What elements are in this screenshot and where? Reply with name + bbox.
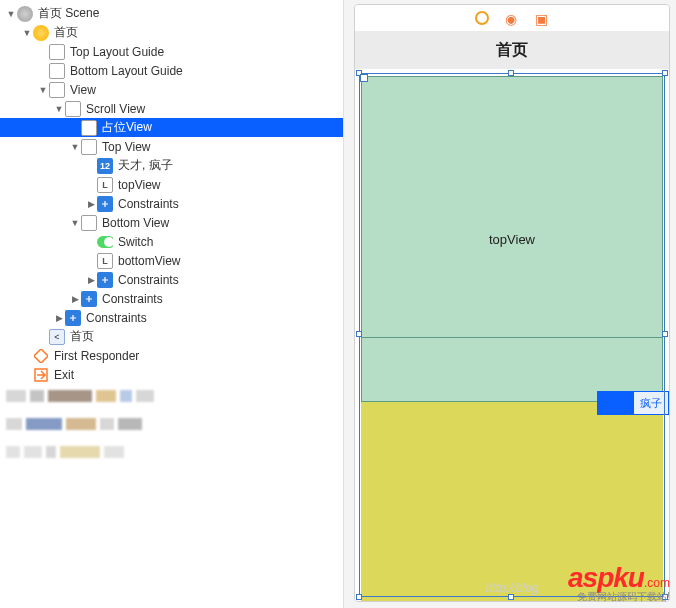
exit-icon (33, 367, 49, 383)
outline-row-label: 首页 Scene (36, 5, 99, 22)
constraint-icon (65, 310, 81, 326)
constraint-icon (97, 196, 113, 212)
outline-row-label: 占位View (100, 119, 152, 136)
object-indicators: ◉ ▣ (355, 5, 669, 31)
disclosure-triangle-icon[interactable]: ▼ (38, 85, 48, 95)
outline-row[interactable]: ▼Top View (0, 137, 343, 156)
selection-outline (359, 73, 665, 597)
outline-row[interactable]: ▼首页 (0, 23, 343, 42)
outline-row[interactable]: ▼Bottom View (0, 213, 343, 232)
outline-row[interactable]: ▶<首页 (0, 327, 343, 346)
canvas-panel[interactable]: ◉ ▣ 首页 topView bottomView 疯子 (344, 0, 676, 608)
outline-row-label: View (68, 83, 96, 97)
rect-icon (81, 139, 97, 155)
rect-icon (49, 44, 65, 60)
outline-row-label: Bottom Layout Guide (68, 64, 183, 78)
disclosure-triangle-icon[interactable]: ▼ (22, 28, 32, 38)
outline-row[interactable]: ▶Top Layout Guide (0, 42, 343, 61)
exit-indicator-icon[interactable]: ▣ (535, 11, 549, 25)
outline-row-label: Switch (116, 235, 153, 249)
nav-title: 首页 (496, 40, 528, 61)
outline-row[interactable]: ▶Constraints (0, 289, 343, 308)
faint-watermark-url: http://blog (486, 581, 539, 595)
outline-panel[interactable]: ▼首页 Scene▼首页▶Top Layout Guide▶Bottom Lay… (0, 0, 344, 608)
constraint-icon (81, 291, 97, 307)
outline-row[interactable]: ▶Constraints (0, 194, 343, 213)
svg-rect-6 (34, 349, 48, 363)
outline-row-label: Bottom View (100, 216, 169, 230)
outline-row-label: Scroll View (84, 102, 145, 116)
outline-row-label: bottomView (116, 254, 180, 268)
outline-row[interactable]: ▶Constraints (0, 270, 343, 289)
disclosure-triangle-icon[interactable]: ▶ (70, 294, 80, 304)
outline-row[interactable]: ▼Scroll View (0, 99, 343, 118)
view-canvas[interactable]: topView bottomView 疯子 (355, 69, 669, 601)
switch-icon (97, 234, 113, 250)
disclosure-triangle-icon[interactable]: ▼ (6, 9, 16, 19)
outline-row-label: Top View (100, 140, 150, 154)
disclosure-triangle-icon[interactable]: ▶ (86, 275, 96, 285)
outline-row[interactable]: ▶占位View (0, 118, 343, 137)
first-responder-icon[interactable]: ◉ (505, 11, 519, 25)
blurred-content (0, 390, 343, 460)
outline-row-label: topView (116, 178, 160, 192)
rect-icon (81, 120, 97, 136)
outline-row-label: 首页 (52, 24, 78, 41)
watermark: aspku.com 免费网站源码下载站! (568, 562, 670, 604)
vc-icon (33, 25, 49, 41)
rect-icon (49, 82, 65, 98)
disclosure-triangle-icon[interactable]: ▼ (70, 218, 80, 228)
outline-row[interactable]: ▼View (0, 80, 343, 99)
outline-row[interactable]: ▶Constraints (0, 308, 343, 327)
device-frame: ◉ ▣ 首页 topView bottomView 疯子 (354, 4, 670, 602)
outline-row-label: Constraints (84, 311, 147, 325)
outline-row-label: 首页 (68, 328, 94, 345)
rect-icon (81, 215, 97, 231)
outline-row[interactable]: ▶First Responder (0, 346, 343, 365)
outline-row[interactable]: ▼首页 Scene (0, 4, 343, 23)
outline-row[interactable]: ▶Bottom Layout Guide (0, 61, 343, 80)
outline-row-label: Constraints (100, 292, 163, 306)
disclosure-triangle-icon[interactable]: ▶ (86, 199, 96, 209)
vc-indicator-icon[interactable] (475, 11, 489, 25)
disclosure-triangle-icon[interactable]: ▶ (54, 313, 64, 323)
disclosure-triangle-icon[interactable]: ▼ (54, 104, 64, 114)
outline-row-label: 天才, 疯子 (116, 157, 173, 174)
outline-row[interactable]: ▶Switch (0, 232, 343, 251)
outline-row-label: First Responder (52, 349, 139, 363)
outline-row-label: Top Layout Guide (68, 45, 164, 59)
label-icon: L (97, 177, 113, 193)
outline-row[interactable]: ▶LbottomView (0, 251, 343, 270)
outline-row[interactable]: ▶Exit (0, 365, 343, 384)
outline-row[interactable]: ▶LtopView (0, 175, 343, 194)
navigation-bar: 首页 (355, 31, 669, 69)
outline-row-label: Constraints (116, 273, 179, 287)
scene-icon (17, 6, 33, 22)
resp-icon (33, 348, 49, 364)
seg-icon: 12 (97, 158, 113, 174)
outline-row-label: Exit (52, 368, 74, 382)
outline-row-label: Constraints (116, 197, 179, 211)
disclosure-triangle-icon[interactable]: ▼ (70, 142, 80, 152)
label-icon: L (97, 253, 113, 269)
rect-icon (49, 63, 65, 79)
outline-row[interactable]: ▶12天才, 疯子 (0, 156, 343, 175)
rect-icon (65, 101, 81, 117)
nav-icon: < (49, 329, 65, 345)
constraint-icon (97, 272, 113, 288)
